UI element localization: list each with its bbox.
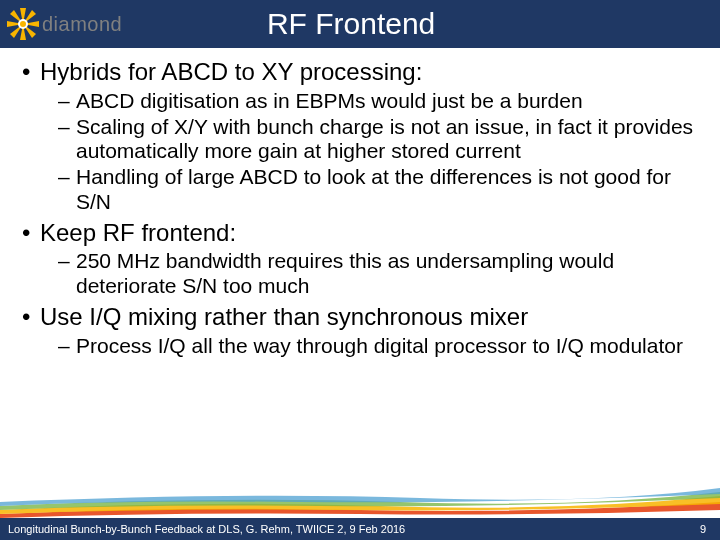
footer-left: Longitudinal Bunch-by-Bunch Feedback at … [8, 523, 405, 535]
bullet-3-sub-1: Process I/Q all the way through digital … [14, 334, 700, 359]
slide-title: RF Frontend [122, 7, 720, 41]
bullet-3: Use I/Q mixing rather than synchronous m… [14, 303, 700, 332]
slide: diamond RF Frontend Hybrids for ABCD to … [0, 0, 720, 540]
bullet-1: Hybrids for ABCD to XY processing: [14, 58, 700, 87]
slide-number: 9 [700, 523, 706, 535]
logo-burst-icon [6, 7, 40, 41]
title-bar: diamond RF Frontend [0, 0, 720, 48]
bullet-1-sub-2: Scaling of X/Y with bunch charge is not … [14, 115, 700, 165]
content-area: Hybrids for ABCD to XY processing: ABCD … [14, 54, 700, 360]
bullet-2: Keep RF frontend: [14, 219, 700, 248]
footer-bar: Longitudinal Bunch-by-Bunch Feedback at … [0, 518, 720, 540]
logo-text: diamond [42, 13, 122, 36]
svg-point-9 [20, 21, 26, 27]
bullet-1-sub-3: Handling of large ABCD to look at the di… [14, 165, 700, 215]
bullet-2-sub-1: 250 MHz bandwidth requires this as under… [14, 249, 700, 299]
decor-stripes [0, 480, 720, 520]
logo: diamond [6, 7, 122, 41]
bullet-1-sub-1: ABCD digitisation as in EBPMs would just… [14, 89, 700, 114]
